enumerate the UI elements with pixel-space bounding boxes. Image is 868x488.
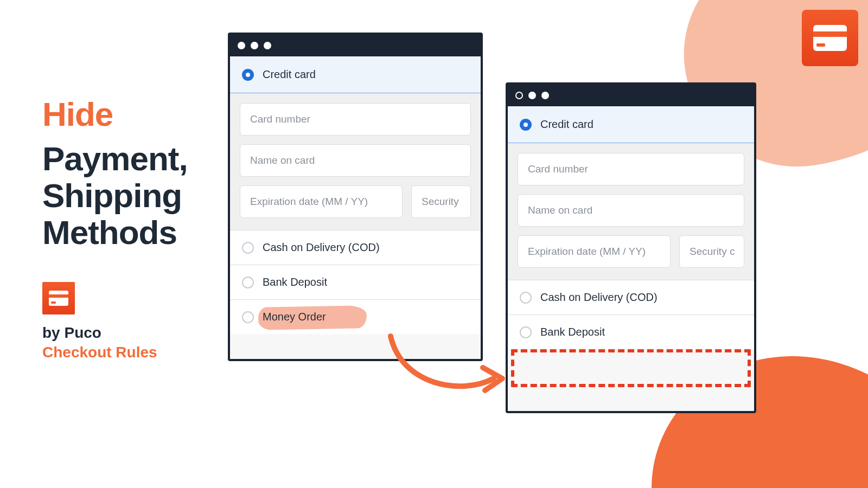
payment-option-label: Credit card <box>540 118 593 131</box>
payment-option-label: Bank Deposit <box>263 276 327 288</box>
svg-rect-0 <box>813 25 847 51</box>
credit-card-form: Card number Name on card Expiration date… <box>508 143 754 280</box>
promo-text-block: Hide Payment, Shipping Methods by Puco C… <box>42 97 188 361</box>
name-on-card-input[interactable]: Name on card <box>518 194 744 227</box>
byline-author: by Puco <box>42 324 188 342</box>
radio-selected-icon <box>242 69 254 81</box>
payment-option-bank-deposit[interactable]: Bank Deposit <box>508 314 754 349</box>
payment-option-label: Cash on Delivery (COD) <box>263 241 380 254</box>
checkout-window-after: Credit card Card number Name on card Exp… <box>506 82 756 413</box>
app-badge-small <box>42 282 75 314</box>
credit-card-icon <box>49 291 68 306</box>
byline-product: Checkout Rules <box>42 344 188 361</box>
payment-option-label: Money Order <box>263 311 326 323</box>
payment-option-cod[interactable]: Cash on Delivery (COD) <box>508 280 754 314</box>
radio-unselected-icon <box>520 326 532 338</box>
window-dot-icon <box>528 92 536 99</box>
window-dot-icon <box>264 42 271 49</box>
svg-rect-4 <box>49 294 68 298</box>
checkout-window-before: Credit card Card number Name on card Exp… <box>228 33 483 361</box>
payment-option-label: Bank Deposit <box>540 326 605 338</box>
credit-card-icon <box>813 25 847 51</box>
app-badge-topright <box>802 10 858 66</box>
removed-option-placeholder <box>511 349 751 387</box>
radio-unselected-icon <box>520 292 532 304</box>
window-dot-icon <box>251 42 258 49</box>
headline-highlight: Hide <box>42 97 188 132</box>
svg-rect-5 <box>51 301 56 304</box>
payment-option-money-order[interactable]: Money Order <box>230 299 481 334</box>
expiration-input[interactable]: Expiration date (MM / YY) <box>518 235 671 268</box>
headline-line-3: Methods <box>42 214 188 251</box>
payment-option-credit-card[interactable]: Credit card <box>508 106 754 143</box>
window-titlebar <box>230 35 481 56</box>
payment-option-cod[interactable]: Cash on Delivery (COD) <box>230 230 481 265</box>
headline-line-1: Payment, <box>42 140 188 177</box>
credit-card-form: Card number Name on card Expiration date… <box>230 93 481 230</box>
window-titlebar <box>508 85 754 106</box>
payment-option-label: Cash on Delivery (COD) <box>540 291 658 304</box>
name-on-card-input[interactable]: Name on card <box>240 144 471 177</box>
window-dot-icon <box>541 92 549 99</box>
radio-unselected-icon <box>242 277 254 288</box>
payment-option-credit-card[interactable]: Credit card <box>230 56 481 93</box>
card-number-input[interactable]: Card number <box>240 103 471 136</box>
radio-selected-icon <box>520 119 532 131</box>
expiration-input[interactable]: Expiration date (MM / YY) <box>240 185 403 218</box>
window-dot-icon <box>515 92 523 99</box>
card-number-input[interactable]: Card number <box>518 153 744 185</box>
window-dot-icon <box>238 42 245 49</box>
headline-line-2: Shipping <box>42 177 188 214</box>
radio-unselected-icon <box>242 311 254 323</box>
radio-unselected-icon <box>242 242 254 254</box>
payment-option-bank-deposit[interactable]: Bank Deposit <box>230 265 481 299</box>
security-code-input[interactable]: Security <box>411 185 471 218</box>
security-code-input[interactable]: Security c <box>679 235 744 268</box>
payment-option-label: Credit card <box>263 68 316 81</box>
svg-rect-1 <box>813 31 847 37</box>
svg-rect-2 <box>816 43 825 47</box>
